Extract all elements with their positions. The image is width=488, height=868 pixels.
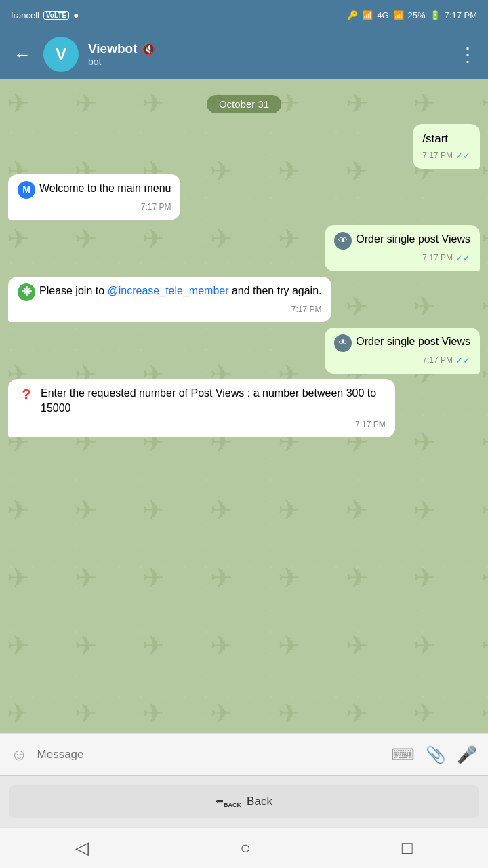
message-row: /start 7:17 PM ✓✓: [8, 124, 480, 169]
read-receipts: ✓✓: [455, 355, 470, 367]
message-text: Welcome to the main menu: [39, 181, 171, 196]
message-row: 👁 Order single post Views 7:17 PM ✓✓: [8, 328, 480, 374]
message-bubble: ? Enter the requested number of Post Vie…: [8, 379, 395, 437]
back-button[interactable]: ⬅BACK Back: [9, 785, 479, 818]
read-receipts: ✓✓: [455, 252, 470, 264]
message-row: ? Enter the requested number of Post Vie…: [8, 379, 480, 437]
battery-level: 25%: [408, 10, 426, 20]
attach-button[interactable]: 📎: [424, 744, 447, 766]
message-text: Enter the requested number of Post Views…: [41, 386, 386, 416]
status-carrier: Irancell VoLTE ●: [11, 9, 79, 20]
message-row: 👁 Order single post Views 7:17 PM ✓✓: [8, 225, 480, 271]
contact-name: Viewbot 🔇: [88, 41, 449, 56]
message-bubble: M Welcome to the main menu 7:17 PM: [8, 174, 180, 220]
message-row: M Welcome to the main menu 7:17 PM: [8, 174, 480, 220]
mic-button[interactable]: 🎤: [455, 744, 479, 766]
avatar: V: [43, 37, 79, 72]
nav-home-button[interactable]: ○: [226, 833, 264, 863]
wifi-icon: 📶: [362, 10, 373, 20]
chat-area: October 31 /start 7:17 PM ✓✓ M Welcome t…: [0, 79, 488, 733]
back-button-icon: ⬅BACK: [216, 795, 241, 808]
back-button-header[interactable]: ←: [11, 41, 34, 68]
date-badge: October 31: [207, 95, 281, 113]
message-time: 7:17 PM: [355, 419, 386, 431]
battery-icon: 🔋: [430, 10, 441, 20]
contact-subtitle: bot: [88, 56, 449, 67]
message-bubble: 👁 Order single post Views 7:17 PM ✓✓: [325, 225, 480, 271]
message-text: /start: [422, 132, 448, 145]
name-text: Viewbot: [88, 41, 138, 56]
signal-4g: 4G: [377, 10, 388, 20]
message-text: Order single post Views: [356, 232, 470, 247]
nav-bar: ◁ ○ □: [0, 827, 488, 868]
message-text: Please join to @increase_tele_member and…: [39, 283, 322, 298]
back-button-label: Back: [247, 795, 272, 808]
status-right: 🔑 📶 4G 📶 25% 🔋 7:17 PM: [347, 10, 477, 20]
message-time: 7:17 PM: [422, 150, 453, 161]
key-icon: 🔑: [347, 10, 358, 20]
message-time: 7:17 PM: [422, 355, 453, 366]
message-time: 7:17 PM: [141, 201, 171, 213]
keyboard-button[interactable]: ⌨: [390, 744, 416, 766]
status-bar: Irancell VoLTE ● 🔑 📶 4G 📶 25% 🔋 7:17 PM: [0, 0, 488, 30]
m-icon: M: [18, 181, 35, 199]
message-bubble: /start 7:17 PM ✓✓: [413, 124, 480, 169]
question-icon: ?: [18, 386, 35, 403]
message-input[interactable]: [37, 748, 382, 762]
eye-icon: 👁: [334, 232, 352, 250]
message-bubble: ✳ Please join to @increase_tele_member a…: [8, 277, 331, 322]
chat-header: ← V Viewbot 🔇 bot ⋮: [0, 30, 488, 79]
eye-icon: 👁: [334, 334, 352, 352]
emoji-button[interactable]: ☺: [9, 744, 29, 766]
message-row: ✳ Please join to @increase_tele_member a…: [8, 277, 480, 322]
time: 7:17 PM: [445, 10, 477, 20]
message-bubble: 👁 Order single post Views 7:17 PM ✓✓: [325, 328, 480, 374]
channel-link[interactable]: @increase_tele_member: [108, 285, 229, 296]
mute-icon: 🔇: [142, 43, 155, 56]
signal-bars: 📶: [393, 10, 404, 20]
header-info: Viewbot 🔇 bot: [88, 41, 449, 67]
nav-back-button[interactable]: ◁: [62, 833, 102, 863]
circle-icon: ●: [73, 9, 79, 20]
message-input-area: ☺ ⌨ 📎 🎤: [0, 733, 488, 775]
nav-recent-button[interactable]: □: [388, 833, 426, 863]
asterisk-icon: ✳: [18, 283, 35, 301]
message-time: 7:17 PM: [422, 252, 453, 264]
volte-badge: VoLTE: [43, 11, 69, 20]
message-text: Order single post Views: [356, 334, 470, 349]
read-receipts: ✓✓: [455, 150, 470, 162]
message-time: 7:17 PM: [291, 304, 322, 315]
back-button-area: ⬅BACK Back: [0, 775, 488, 827]
carrier-text: Irancell: [11, 10, 39, 20]
more-options-button[interactable]: ⋮: [458, 43, 477, 66]
